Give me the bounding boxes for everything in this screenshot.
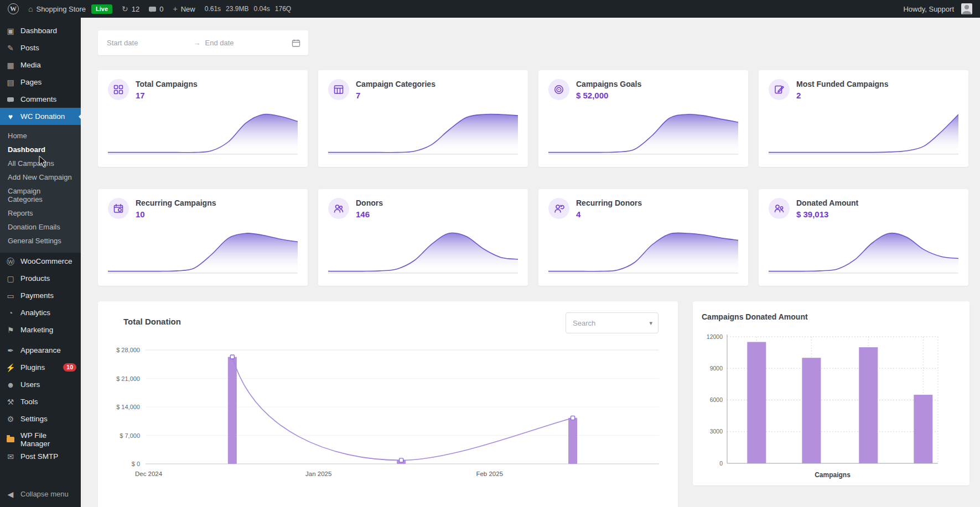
- wc-donation-submenu: HomeDashboardAll CampaignsAdd New Campai…: [0, 125, 81, 253]
- sidebar-item-pages[interactable]: ▤ Pages: [0, 74, 81, 91]
- grid-icon: [108, 79, 129, 100]
- calendar-recurring-icon: [108, 198, 129, 219]
- comments-indicator[interactable]: 0: [149, 5, 163, 13]
- sidebar-item-label: Tools: [20, 398, 38, 406]
- submenu-item-home[interactable]: Home: [0, 129, 81, 143]
- sidebar-item-products[interactable]: ▢ Products: [0, 270, 81, 287]
- site-name: Shopping Store: [36, 5, 86, 13]
- dashboard-icon: ▣: [6, 27, 15, 35]
- stat-card-sparkline: [328, 109, 518, 155]
- stat-card-title: Most Funded Campaigns: [796, 80, 888, 88]
- stat-card-sparkline: [769, 228, 958, 274]
- analytics-icon: ◔: [6, 309, 15, 317]
- updates-indicator[interactable]: ↻ 12: [122, 5, 139, 13]
- main-content: → Total Campaigns 17 Campaign Categories: [81, 18, 980, 507]
- sidebar: ▣ Dashboard ✎ Posts ▦ Media ▤ Pages Comm…: [0, 18, 81, 507]
- submenu-item-donation-emails[interactable]: Donation Emails: [0, 220, 81, 234]
- sidebar-item-settings[interactable]: ⚙ Settings: [0, 410, 81, 427]
- qm-query-count: 176Q: [275, 5, 291, 13]
- stat-card-value: 7: [356, 91, 435, 100]
- sidebar-item-wp-file-manager[interactable]: WP File Manager: [0, 431, 81, 448]
- qm-query-time: 0.04s: [253, 5, 269, 13]
- sidebar-item-appearance[interactable]: ✒ Appearance: [0, 342, 81, 359]
- sidebar-item-analytics[interactable]: ◔ Analytics: [0, 304, 81, 321]
- pencil-note-icon: [769, 79, 790, 100]
- svg-text:9000: 9000: [710, 365, 723, 372]
- submenu-item-campaign-categories[interactable]: Campaign Categories: [0, 184, 81, 206]
- svg-text:Campaigns: Campaigns: [815, 471, 851, 479]
- submenu-item-general-settings[interactable]: General Settings: [0, 234, 81, 248]
- start-date-input[interactable]: [106, 38, 190, 48]
- stat-card-sparkline: [548, 228, 738, 274]
- sidebar-item-woocommerce[interactable]: Ⓦ WooCommerce: [0, 253, 81, 270]
- stat-card-sparkline: [108, 109, 298, 155]
- svg-text:$ 14,000: $ 14,000: [116, 404, 140, 410]
- stat-card-recurring-donors: Recurring Donors 4: [538, 189, 748, 286]
- sidebar-item-label: Marketing: [20, 326, 53, 334]
- new-label: New: [181, 5, 195, 13]
- sidebar-item-label: Plugins: [20, 363, 45, 372]
- sidebar-item-marketing[interactable]: ⚑ Marketing: [0, 321, 81, 338]
- range-arrow-icon: →: [194, 39, 201, 47]
- stat-card-title: Recurring Campaigns: [136, 198, 216, 207]
- campaigns-donated-chart: 030006000900012000Campaigns: [693, 301, 969, 485]
- total-donation-title: Total Donation: [123, 317, 181, 326]
- stat-cards-grid: Total Campaigns 17 Campaign Categories 7…: [98, 70, 980, 286]
- sidebar-item-comments[interactable]: Comments: [0, 91, 81, 108]
- media-icon: ▦: [6, 61, 15, 69]
- stat-card-title: Donated Amount: [796, 198, 858, 207]
- howdy-text: Howdy, Support: [903, 5, 954, 13]
- collapse-menu-button[interactable]: ◀ Collapse menu: [0, 487, 81, 501]
- stat-card-title: Donors: [356, 198, 383, 207]
- stat-card-value: 146: [356, 210, 383, 219]
- svg-text:Dec 2024: Dec 2024: [135, 471, 163, 477]
- stat-card-value: 2: [796, 91, 888, 100]
- posts-icon: ✎: [6, 44, 15, 52]
- sidebar-item-label: Settings: [20, 415, 48, 423]
- svg-text:$ 0: $ 0: [132, 461, 140, 467]
- site-name-link[interactable]: ⌂ Shopping Store: [28, 5, 86, 13]
- submenu-item-reports[interactable]: Reports: [0, 206, 81, 220]
- account-menu[interactable]: Howdy, Support: [903, 3, 972, 14]
- sidebar-item-post-smtp[interactable]: ✉ Post SMTP: [0, 448, 81, 465]
- plugins-update-badge: 10: [63, 363, 76, 372]
- sidebar-item-posts[interactable]: ✎ Posts: [0, 39, 81, 56]
- plus-icon: +: [173, 5, 178, 13]
- people-money-icon: [769, 198, 790, 219]
- admin-bar: W ⌂ Shopping Store Live ↻ 12 0 + New 0.6…: [0, 0, 980, 18]
- sidebar-item-payments[interactable]: ▭ Payments: [0, 287, 81, 304]
- submenu-item-dashboard[interactable]: Dashboard: [0, 143, 81, 156]
- folder-icon: [6, 437, 15, 442]
- stat-card-sparkline: [548, 109, 738, 155]
- sidebar-item-media[interactable]: ▦ Media: [0, 56, 81, 74]
- sidebar-item-label: WP File Manager: [20, 431, 76, 448]
- home-icon: ⌂: [28, 5, 33, 13]
- person-refresh-icon: [548, 198, 569, 219]
- mail-icon: ✉: [6, 453, 15, 461]
- qm-memory: 23.9MB: [226, 5, 248, 13]
- comments-bubble-icon: [149, 7, 156, 12]
- sidebar-item-wc-donation[interactable]: ♥ WC Donation: [0, 108, 81, 125]
- campaign-search-input[interactable]: [572, 318, 649, 328]
- stat-card-total-campaigns: Total Campaigns 17: [98, 70, 308, 167]
- query-monitor-stats[interactable]: 0.61s 23.9MB 0.04s 176Q: [205, 5, 291, 13]
- payments-icon: ▭: [6, 292, 15, 300]
- calendar-icon[interactable]: [292, 39, 300, 48]
- people-icon: [328, 198, 349, 219]
- sidebar-item-plugins[interactable]: ⚡ Plugins 10: [0, 359, 81, 376]
- sidebar-item-dashboard[interactable]: ▣ Dashboard: [0, 22, 81, 39]
- comments-count: 0: [159, 5, 163, 13]
- sidebar-item-users[interactable]: ☻ Users: [0, 376, 81, 393]
- svg-text:$ 28,000: $ 28,000: [116, 347, 140, 353]
- submenu-item-add-new-campaign[interactable]: Add New Campaign: [0, 170, 81, 184]
- end-date-input[interactable]: [204, 38, 289, 48]
- campaign-search-select[interactable]: ▾: [566, 312, 658, 333]
- svg-text:3000: 3000: [710, 428, 723, 435]
- stat-card-title: Total Campaigns: [136, 80, 198, 88]
- wordpress-menu-button[interactable]: W: [8, 3, 19, 14]
- new-content-button[interactable]: + New: [173, 5, 195, 13]
- sidebar-item-tools[interactable]: ⚒ Tools: [0, 393, 81, 410]
- pages-icon: ▤: [6, 79, 15, 86]
- stat-card-donors: Donors 146: [318, 189, 528, 286]
- stat-card-value: $ 52,000: [576, 91, 641, 100]
